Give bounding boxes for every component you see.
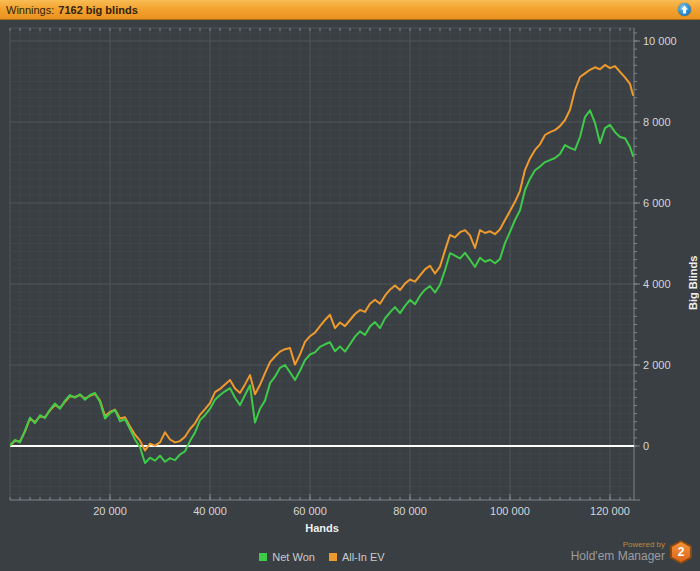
powered-by-brand: Powered by Hold'em Manager 2	[571, 540, 692, 564]
x-axis-title: Hands	[10, 522, 634, 534]
legend-item-all-in-ev: All-In EV	[329, 551, 385, 563]
x-tick-label: 20 000	[93, 505, 127, 517]
y-axis-title: Big Blinds	[687, 210, 699, 310]
info-icon[interactable]	[678, 3, 691, 16]
y-tick-label: 0	[643, 440, 649, 452]
y-tick-label: 2 000	[643, 359, 671, 371]
x-tick-label: 80 000	[393, 505, 427, 517]
net-won-swatch-icon	[259, 553, 267, 561]
y-tick-label: 8 000	[643, 116, 671, 128]
y-tick-label: 6 000	[643, 197, 671, 209]
winnings-label: Winnings:	[6, 4, 54, 16]
y-tick-label: 10 000	[643, 35, 677, 47]
x-tick-label: 120 000	[590, 505, 630, 517]
hm2-logo-number: 2	[672, 542, 690, 562]
legend-label-all-in-ev: All-In EV	[342, 551, 385, 563]
all-in-ev-swatch-icon	[329, 553, 337, 561]
brand-name: Hold'em Manager	[571, 550, 665, 563]
winnings-header-bar: Winnings: 7162 big blinds	[0, 0, 700, 20]
chart-legend: Net Won All-In EV	[10, 549, 634, 565]
x-tick-label: 40 000	[193, 505, 227, 517]
chart-canvas[interactable]: 20 00040 00060 00080 000100 000120 00002…	[0, 20, 700, 571]
legend-label-net-won: Net Won	[272, 551, 315, 563]
x-tick-label: 100 000	[490, 505, 530, 517]
winnings-value: 7162 big blinds	[58, 4, 137, 16]
hm2-logo-icon: 2	[670, 540, 692, 564]
legend-item-net-won: Net Won	[259, 551, 315, 563]
y-tick-label: 4 000	[643, 278, 671, 290]
x-tick-label: 60 000	[293, 505, 327, 517]
